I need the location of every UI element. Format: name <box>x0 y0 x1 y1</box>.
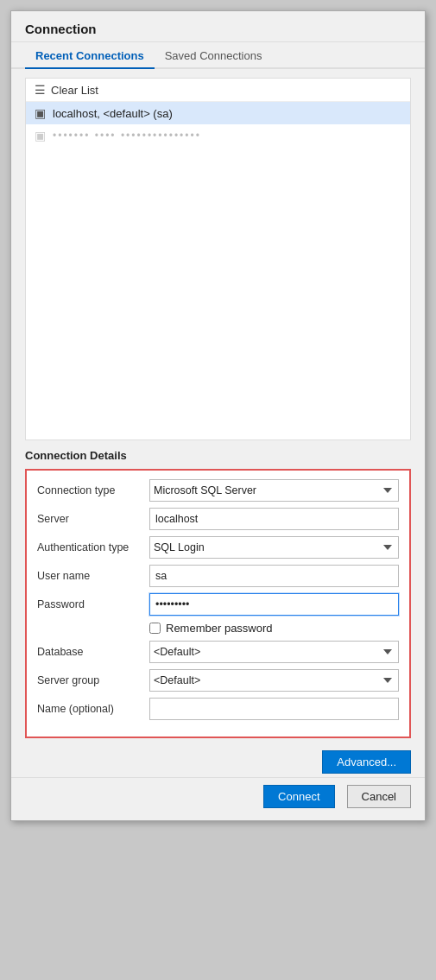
username-input[interactable] <box>149 565 399 587</box>
server-group-label: Server group <box>37 674 149 686</box>
cancel-button[interactable]: Cancel <box>347 785 411 808</box>
database-icon-1: ▣ <box>35 106 46 120</box>
remember-password-checkbox[interactable] <box>149 623 161 634</box>
database-row: Database <Default> <box>37 641 399 663</box>
connection-details-label: Connection Details <box>25 449 411 462</box>
bottom-actions: Connect Cancel <box>11 777 425 820</box>
auth-type-label: Authentication type <box>37 541 149 553</box>
connection-item-2[interactable]: ▣ ••••••• •••• ••••••••••••••• <box>26 124 410 147</box>
window-title: Connection <box>11 11 425 42</box>
connection-item-1[interactable]: ▣ localhost, <default> (sa) <box>26 102 410 124</box>
server-label: Server <box>37 513 149 525</box>
tab-saved-connections[interactable]: Saved Connections <box>155 42 273 69</box>
password-label: Password <box>37 598 149 610</box>
server-row: Server <box>37 508 399 530</box>
database-icon-2: ▣ <box>35 129 46 142</box>
remember-password-label: Remember password <box>166 622 273 635</box>
username-row: User name <box>37 565 399 587</box>
password-input[interactable] <box>149 593 399 616</box>
advanced-row: Advanced... <box>11 747 425 777</box>
connection-item-1-label: localhost, <default> (sa) <box>53 107 173 120</box>
connection-type-select[interactable]: Microsoft SQL Server <box>149 479 399 502</box>
connection-details-form: Connection type Microsoft SQL Server Ser… <box>25 469 411 738</box>
clear-list-label: Clear List <box>51 84 98 97</box>
connection-item-2-label: ••••••• •••• ••••••••••••••• <box>53 130 201 142</box>
auth-type-select[interactable]: SQL Login <box>149 536 399 559</box>
connect-button[interactable]: Connect <box>263 785 334 808</box>
connection-type-row: Connection type Microsoft SQL Server <box>37 479 399 502</box>
tabs-bar: Recent Connections Saved Connections <box>11 42 425 69</box>
name-optional-input[interactable] <box>149 698 399 720</box>
database-label: Database <box>37 646 149 658</box>
clear-list-button[interactable]: ☰ Clear List <box>26 79 410 102</box>
connection-details-section: Connection Details Connection type Micro… <box>25 440 411 738</box>
server-input[interactable] <box>149 508 399 530</box>
connection-type-label: Connection type <box>37 484 149 496</box>
database-select[interactable]: <Default> <box>149 641 399 663</box>
name-optional-row: Name (optional) <box>37 698 399 720</box>
server-group-row: Server group <Default> <box>37 669 399 692</box>
username-label: User name <box>37 570 149 582</box>
auth-type-row: Authentication type SQL Login <box>37 536 399 559</box>
connection-window: Connection Recent Connections Saved Conn… <box>10 10 426 821</box>
recent-connections-panel: ☰ Clear List ▣ localhost, <default> (sa)… <box>25 78 411 440</box>
server-group-select[interactable]: <Default> <box>149 669 399 692</box>
password-row: Password <box>37 593 399 616</box>
tab-recent-connections[interactable]: Recent Connections <box>25 42 155 69</box>
clear-list-icon: ☰ <box>35 83 46 97</box>
name-optional-label: Name (optional) <box>37 703 149 715</box>
advanced-button[interactable]: Advanced... <box>322 750 411 774</box>
remember-password-row: Remember password <box>37 622 399 635</box>
